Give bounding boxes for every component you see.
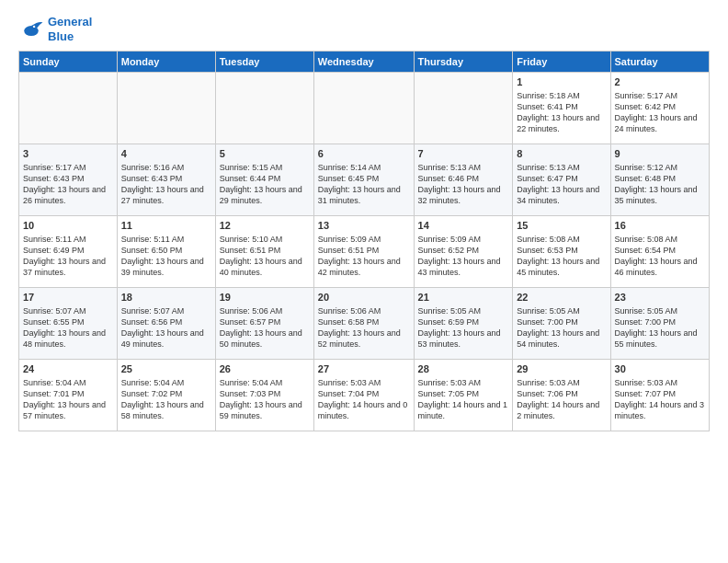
day-number: 11 [121,219,211,233]
logo: General Blue [18,15,92,43]
day-header-friday: Friday [513,52,610,73]
calendar-cell: 11Sunrise: 5:11 AM Sunset: 6:50 PM Dayli… [117,216,215,288]
day-header-tuesday: Tuesday [215,52,313,73]
calendar-week-5: 24Sunrise: 5:04 AM Sunset: 7:01 PM Dayli… [19,360,710,431]
day-number: 25 [121,362,211,376]
day-header-sunday: Sunday [19,52,118,73]
calendar-cell: 19Sunrise: 5:06 AM Sunset: 6:57 PM Dayli… [215,288,313,360]
calendar-cell: 2Sunrise: 5:17 AM Sunset: 6:42 PM Daylig… [610,73,709,144]
day-header-saturday: Saturday [610,52,709,73]
calendar-cell: 22Sunrise: 5:05 AM Sunset: 7:00 PM Dayli… [513,288,610,360]
day-number: 17 [23,291,113,304]
calendar-cell: 17Sunrise: 5:07 AM Sunset: 6:55 PM Dayli… [19,288,118,360]
day-number: 3 [23,147,113,161]
calendar-header-row: SundayMondayTuesdayWednesdayThursdayFrid… [19,52,710,73]
day-number: 15 [517,219,606,233]
calendar-cell: 26Sunrise: 5:04 AM Sunset: 7:03 PM Dayli… [215,360,313,431]
day-number: 16 [615,219,705,233]
day-number: 12 [220,219,310,233]
day-number: 19 [220,291,310,304]
day-number: 4 [121,147,211,161]
calendar-cell: 23Sunrise: 5:05 AM Sunset: 7:00 PM Dayli… [610,288,709,360]
calendar-cell: 1Sunrise: 5:18 AM Sunset: 6:41 PM Daylig… [513,73,610,144]
day-number: 27 [318,362,410,376]
calendar-cell: 9Sunrise: 5:12 AM Sunset: 6:48 PM Daylig… [610,144,709,216]
day-number: 5 [220,147,310,161]
calendar-cell: 16Sunrise: 5:08 AM Sunset: 6:54 PM Dayli… [610,216,709,288]
calendar-cell: 10Sunrise: 5:11 AM Sunset: 6:49 PM Dayli… [19,216,118,288]
calendar-cell: 18Sunrise: 5:07 AM Sunset: 6:56 PM Dayli… [117,288,215,360]
calendar-cell: 6Sunrise: 5:14 AM Sunset: 6:45 PM Daylig… [313,144,414,216]
calendar-cell [117,73,215,144]
day-number: 23 [615,291,705,304]
calendar-cell: 25Sunrise: 5:04 AM Sunset: 7:02 PM Dayli… [117,360,215,431]
day-number: 20 [318,291,410,304]
calendar-cell: 24Sunrise: 5:04 AM Sunset: 7:01 PM Dayli… [19,360,118,431]
day-number: 9 [615,147,705,161]
calendar-week-4: 17Sunrise: 5:07 AM Sunset: 6:55 PM Dayli… [19,288,710,360]
calendar-week-2: 3Sunrise: 5:17 AM Sunset: 6:43 PM Daylig… [19,144,710,216]
calendar-cell [414,73,513,144]
day-number: 6 [318,147,410,161]
calendar-cell: 15Sunrise: 5:08 AM Sunset: 6:53 PM Dayli… [513,216,610,288]
calendar-cell [313,73,414,144]
day-number: 24 [23,362,113,376]
calendar-cell: 7Sunrise: 5:13 AM Sunset: 6:46 PM Daylig… [414,144,513,216]
calendar-cell: 20Sunrise: 5:06 AM Sunset: 6:58 PM Dayli… [313,288,414,360]
calendar-table: SundayMondayTuesdayWednesdayThursdayFrid… [18,51,710,431]
calendar-cell: 27Sunrise: 5:03 AM Sunset: 7:04 PM Dayli… [313,360,414,431]
calendar-week-3: 10Sunrise: 5:11 AM Sunset: 6:49 PM Dayli… [19,216,710,288]
day-number: 26 [220,362,310,376]
day-number: 8 [517,147,606,161]
svg-point-1 [33,25,35,27]
day-header-wednesday: Wednesday [313,52,414,73]
day-number: 13 [318,219,410,233]
calendar-cell: 14Sunrise: 5:09 AM Sunset: 6:52 PM Dayli… [414,216,513,288]
day-number: 10 [23,219,113,233]
logo-text: General Blue [48,15,92,43]
page-header: General Blue [18,15,710,43]
day-number: 18 [121,291,211,304]
day-number: 7 [418,147,509,161]
day-number: 2 [615,75,705,89]
day-header-monday: Monday [117,52,215,73]
day-header-thursday: Thursday [414,52,513,73]
day-number: 30 [615,362,705,376]
calendar-cell: 3Sunrise: 5:17 AM Sunset: 6:43 PM Daylig… [19,144,118,216]
day-number: 1 [517,75,606,89]
day-number: 28 [418,362,509,376]
calendar-cell: 12Sunrise: 5:10 AM Sunset: 6:51 PM Dayli… [215,216,313,288]
day-number: 14 [418,219,509,233]
calendar-cell: 4Sunrise: 5:16 AM Sunset: 6:43 PM Daylig… [117,144,215,216]
logo-icon [18,17,44,42]
calendar-cell [19,73,118,144]
calendar-cell: 28Sunrise: 5:03 AM Sunset: 7:05 PM Dayli… [414,360,513,431]
calendar-cell: 8Sunrise: 5:13 AM Sunset: 6:47 PM Daylig… [513,144,610,216]
day-number: 21 [418,291,509,304]
calendar-cell: 13Sunrise: 5:09 AM Sunset: 6:51 PM Dayli… [313,216,414,288]
calendar-cell [215,73,313,144]
calendar-cell: 29Sunrise: 5:03 AM Sunset: 7:06 PM Dayli… [513,360,610,431]
calendar-cell: 5Sunrise: 5:15 AM Sunset: 6:44 PM Daylig… [215,144,313,216]
calendar-cell: 30Sunrise: 5:03 AM Sunset: 7:07 PM Dayli… [610,360,709,431]
day-number: 29 [517,362,606,376]
calendar-cell: 21Sunrise: 5:05 AM Sunset: 6:59 PM Dayli… [414,288,513,360]
day-number: 22 [517,291,606,304]
calendar-week-1: 1Sunrise: 5:18 AM Sunset: 6:41 PM Daylig… [19,73,710,144]
